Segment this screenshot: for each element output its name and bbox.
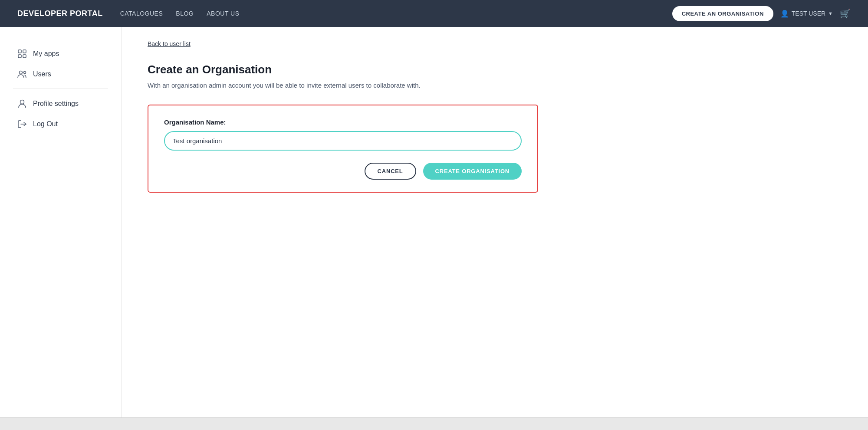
header: DEVELOPER PORTAL CATALOGUES BLOG ABOUT U… (0, 0, 868, 27)
sidebar-item-users[interactable]: Users (13, 65, 108, 83)
sidebar-item-label: My apps (33, 50, 59, 58)
sidebar: My apps Users Profile settings (0, 27, 122, 417)
user-name: TEST USER (792, 10, 825, 17)
create-organisation-submit-button[interactable]: CREATE ORGANISATION (423, 163, 522, 180)
user-menu[interactable]: 👤 TEST USER ▼ (780, 10, 833, 18)
org-name-input[interactable] (164, 131, 522, 151)
sidebar-item-my-apps[interactable]: My apps (13, 44, 108, 63)
header-logo: DEVELOPER PORTAL (17, 9, 103, 18)
page-body: My apps Users Profile settings (0, 27, 868, 417)
page-title: Create an Organisation (148, 63, 842, 76)
svg-rect-3 (23, 55, 26, 58)
form-actions: CANCEL CREATE ORGANISATION (164, 163, 522, 180)
nav-catalogues[interactable]: CATALOGUES (120, 10, 163, 17)
header-nav: CATALOGUES BLOG ABOUT US (120, 10, 655, 17)
nav-blog[interactable]: BLOG (176, 10, 194, 17)
main-content: Back to user list Create an Organisation… (122, 27, 868, 417)
sidebar-divider (13, 89, 108, 89)
profile-icon (17, 99, 27, 108)
sidebar-item-profile[interactable]: Profile settings (13, 94, 108, 113)
apps-icon (17, 49, 27, 58)
page-subtitle: With an organisation admin account you w… (148, 82, 842, 89)
svg-point-4 (20, 71, 23, 74)
logout-icon (17, 120, 27, 128)
create-organisation-button[interactable]: CREATE AN ORGANISATION (672, 6, 773, 21)
svg-point-5 (24, 72, 26, 74)
svg-rect-1 (23, 50, 26, 53)
sidebar-item-logout[interactable]: Log Out (13, 115, 108, 133)
footer-bar (0, 417, 868, 430)
header-right: CREATE AN ORGANISATION 👤 TEST USER ▼ 🛒 (672, 6, 851, 21)
cancel-button[interactable]: CANCEL (365, 163, 416, 180)
cart-icon[interactable]: 🛒 (840, 8, 851, 19)
sidebar-item-label: Users (33, 70, 51, 78)
sidebar-item-label: Log Out (33, 120, 58, 128)
sidebar-item-label: Profile settings (33, 100, 79, 108)
user-icon: 👤 (780, 10, 789, 18)
back-to-user-list-link[interactable]: Back to user list (148, 40, 191, 47)
chevron-down-icon: ▼ (828, 11, 833, 16)
users-icon (17, 70, 27, 78)
nav-about[interactable]: ABOUT US (207, 10, 239, 17)
org-name-label: Organisation Name: (164, 118, 522, 126)
svg-rect-2 (18, 55, 21, 58)
svg-point-6 (20, 100, 24, 104)
create-org-form-card: Organisation Name: CANCEL CREATE ORGANIS… (148, 105, 538, 193)
svg-rect-0 (18, 50, 21, 53)
